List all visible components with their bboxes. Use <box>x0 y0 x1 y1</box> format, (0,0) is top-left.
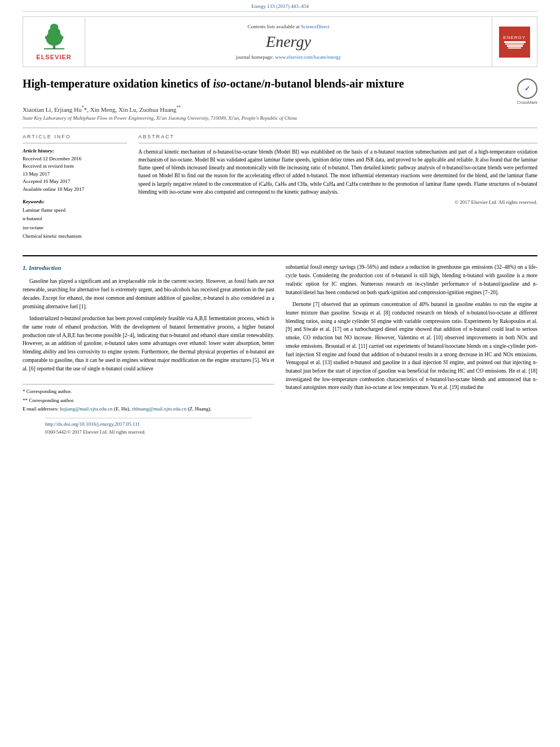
received-date: Received 12 December 2016 <box>23 155 127 163</box>
footnote-email: E-mail addresses: hujiang@mail.xjtu.edu.… <box>23 405 274 413</box>
history-group: Article history: Received 12 December 20… <box>23 148 127 194</box>
journal-center: Contents lists available at ScienceDirec… <box>85 17 492 67</box>
keywords-list: Laminar flame speed n-butanol iso-octane… <box>23 206 127 241</box>
journal-header: ELSEVIER Contents lists available at Sci… <box>23 16 537 67</box>
article-info-col: ARTICLE INFO Article history: Received 1… <box>23 134 127 247</box>
authors-line: Xiaotian Li, Erjiang Hu**, Xin Meng, Xin… <box>23 105 537 113</box>
accepted-date: Accepted 16 May 2017 <box>23 178 127 186</box>
journal-homepage: journal homepage: www.elsevier.com/locat… <box>236 54 342 60</box>
right-para2: Dernotte [7] observed that an optimum co… <box>286 300 537 392</box>
history-heading: Article history: <box>23 148 127 154</box>
keyword-3: iso-octane <box>23 224 127 232</box>
copyright-text: © 2017 Elsevier Ltd. All rights reserved… <box>138 199 537 205</box>
footnote-star2: ** Corresponding author. <box>23 397 274 405</box>
article-title: High-temperature oxidation kinetics of i… <box>23 76 509 91</box>
abstract-label: ABSTRACT <box>138 134 537 139</box>
title-part3: -butanol blends-air mixture <box>271 77 404 90</box>
article-content: High-temperature oxidation kinetics of i… <box>23 76 537 246</box>
elsevier-label: ELSEVIER <box>36 54 71 60</box>
footnotes: * Corresponding author. ** Corresponding… <box>23 384 274 413</box>
title-part1: High-temperature oxidation kinetics of <box>23 77 213 90</box>
elsevier-tree-icon <box>34 23 74 51</box>
keyword-1: Laminar flame speed <box>23 206 127 215</box>
email1-name: (E. Hu), <box>114 406 130 412</box>
abstract-text: A chemical kinetic mechanism of n-butano… <box>138 148 537 196</box>
title-iso: iso <box>213 77 226 90</box>
body-two-col: 1. Introduction Gasoline has played a si… <box>23 263 537 436</box>
intro-para1: Gasoline has played a significant and an… <box>23 277 274 311</box>
keywords-heading: Keywords: <box>23 199 127 204</box>
title-part2: -octane/ <box>226 77 265 90</box>
doi-link[interactable]: http://dx.doi.org/10.1016/j.energy.2017.… <box>45 421 140 427</box>
homepage-url[interactable]: www.elsevier.com/locate/energy <box>275 54 341 60</box>
email2-name: (Z. Huang). <box>188 406 212 412</box>
author-names-2: *, Xin Meng, Xin Lu, Zuohua Huang <box>84 106 176 113</box>
keyword-4: Chemical kinetic mechanism <box>23 232 127 241</box>
author-names: Xiaotian Li, Erjiang Hu <box>23 106 81 113</box>
svg-point-3 <box>50 24 58 31</box>
article-info-abstract: ARTICLE INFO Article history: Received 1… <box>23 128 537 247</box>
revised-label: Received in revised form <box>23 163 127 171</box>
page: Energy 133 (2017) 443–454 ELSEVIER <box>0 0 560 747</box>
contents-label: Contents lists available at <box>248 24 300 29</box>
homepage-label: journal homepage: <box>236 54 274 60</box>
email-label: E-mail addresses: <box>23 406 59 412</box>
journal-citation: Energy 133 (2017) 443–454 <box>23 0 537 12</box>
body-right-col: substantial fossil energy savings (39–56… <box>286 263 537 436</box>
science-direct-link[interactable]: ScienceDirect <box>301 24 329 29</box>
intro-para2: Industrialized n-butanol production has … <box>23 314 274 373</box>
crossmark-icon: ✓ <box>517 78 537 99</box>
revised-date: 13 May 2017 <box>23 171 127 178</box>
email2-link[interactable]: zhhuang@mail.xjtu.edu.cn <box>132 406 186 412</box>
elsevier-logo-box: ELSEVIER <box>23 17 85 67</box>
bottom-bar: http://dx.doi.org/10.1016/j.energy.2017.… <box>45 418 252 436</box>
issn-text: 0360-5442/© 2017 Elsevier Ltd. All right… <box>45 429 252 436</box>
energy-logo-box: ENERGY <box>492 17 537 67</box>
svg-point-5 <box>60 36 63 39</box>
online-date: Available online 18 May 2017 <box>23 186 127 194</box>
svg-rect-6 <box>43 49 64 50</box>
body-content: 1. Introduction Gasoline has played a si… <box>23 255 537 436</box>
email1-link[interactable]: hujiang@mail.xjtu.edu.cn <box>60 406 113 412</box>
svg-point-4 <box>45 36 47 39</box>
keyword-2: n-butanol <box>23 215 127 223</box>
abstract-col: ABSTRACT A chemical kinetic mechanism of… <box>138 134 537 247</box>
right-para1: substantial fossil energy savings (39–56… <box>286 263 537 296</box>
footnote-star1: * Corresponding author. <box>23 388 274 396</box>
body-left-col: 1. Introduction Gasoline has played a si… <box>23 263 274 436</box>
title-n: n <box>265 77 271 90</box>
intro-heading: 1. Introduction <box>23 263 274 273</box>
citation-text: Energy 133 (2017) 443–454 <box>251 3 309 9</box>
affiliation: State Key Laboratory of Multiphase Flow … <box>23 115 537 121</box>
author-star2: ** <box>177 105 181 110</box>
keywords-group: Keywords: Laminar flame speed n-butanol … <box>23 199 127 241</box>
science-direct-text: Contents lists available at ScienceDirec… <box>248 24 330 29</box>
journal-title: Energy <box>266 33 311 51</box>
article-info-label: ARTICLE INFO <box>23 134 127 139</box>
